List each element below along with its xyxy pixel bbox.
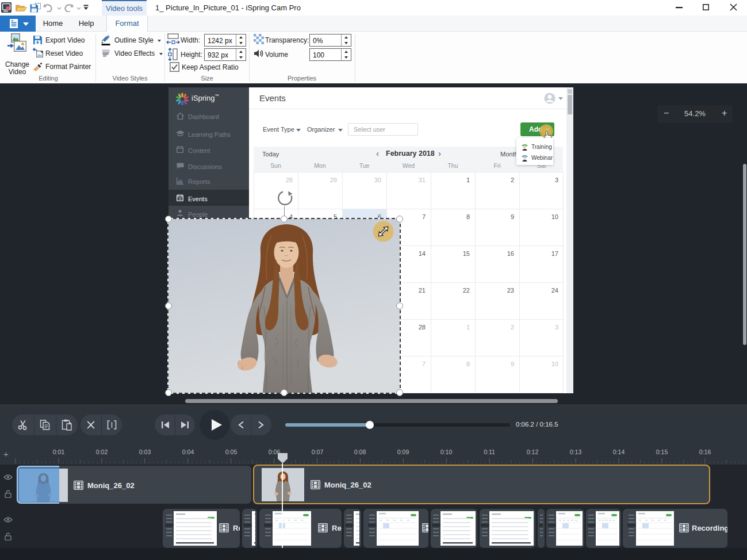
svg-text:31: 31 (419, 177, 426, 183)
svg-text:10: 10 (551, 360, 558, 367)
svg-text:0:11: 0:11 (484, 448, 495, 455)
svg-text:16: 16 (507, 250, 514, 257)
svg-text:1: 1 (466, 324, 470, 331)
svg-text:0:14: 0:14 (613, 448, 625, 455)
svg-text:0:15: 0:15 (656, 448, 668, 455)
svg-text:0:12: 0:12 (527, 448, 539, 455)
svg-text:0:08: 0:08 (354, 448, 366, 455)
svg-text:2: 2 (511, 324, 514, 331)
svg-text:3: 3 (555, 324, 558, 331)
svg-text:3: 3 (555, 177, 558, 183)
svg-text:7: 7 (422, 360, 426, 367)
svg-text:0:07: 0:07 (312, 448, 324, 455)
svg-text:29: 29 (330, 177, 337, 183)
svg-text:9: 9 (511, 213, 514, 220)
svg-text:15: 15 (463, 250, 470, 257)
svg-text:15: 15 (178, 197, 182, 201)
svg-text:0:16: 0:16 (699, 448, 711, 455)
svg-text:22: 22 (463, 287, 470, 294)
svg-text:0:05: 0:05 (225, 448, 237, 455)
svg-text:0:03: 0:03 (139, 448, 151, 455)
svg-text:2: 2 (511, 177, 514, 183)
svg-text:1: 1 (466, 177, 470, 183)
svg-text:0:02: 0:02 (96, 448, 108, 455)
svg-text:8: 8 (466, 213, 470, 220)
svg-text:10: 10 (551, 213, 558, 220)
svg-text:7: 7 (422, 213, 426, 220)
svg-text:21: 21 (419, 287, 426, 294)
svg-text:23: 23 (507, 287, 514, 294)
svg-text:0:04: 0:04 (182, 448, 194, 455)
svg-text:9: 9 (511, 360, 514, 367)
svg-text:24: 24 (551, 287, 558, 294)
svg-text:0:10: 0:10 (440, 448, 453, 455)
svg-text:8: 8 (466, 360, 470, 367)
svg-text:0:09: 0:09 (397, 448, 409, 455)
svg-text:0:01: 0:01 (53, 448, 65, 455)
svg-text:28: 28 (286, 177, 293, 183)
svg-text:0:13: 0:13 (570, 448, 582, 455)
svg-text:30: 30 (374, 177, 381, 183)
svg-text:14: 14 (419, 250, 426, 257)
svg-text:28: 28 (419, 324, 426, 331)
svg-text:17: 17 (551, 250, 558, 257)
